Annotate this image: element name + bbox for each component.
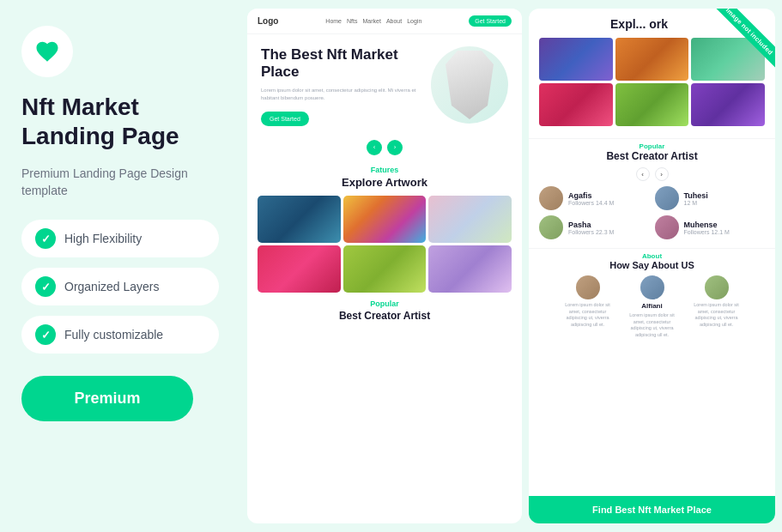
about-person-3: Lorem ipsum dolor sit amet, consectetur … [688, 275, 744, 329]
creator-stat-2: 12 M [684, 200, 766, 206]
about-label: About [539, 252, 765, 260]
abstract-shape [439, 51, 500, 119]
right-nav-arrows: ‹ › [539, 167, 765, 181]
right-panel: Image not included Expl... ork Popular B… [529, 9, 775, 523]
feature-label-3: Fully customizable [64, 328, 163, 342]
features-list: High Flexibility Organized Layers Fully … [21, 220, 219, 354]
subtitle: Premium Landing Page Design template [21, 166, 219, 199]
about-avatar-2 [640, 275, 664, 299]
image-not-included-badge-wrap: Image not included [689, 9, 775, 94]
popular-section: Popular Best Creator Artist [247, 299, 522, 327]
nav-market: Market [362, 18, 380, 24]
right-next-arrow-button[interactable]: › [655, 167, 669, 181]
about-person-2: Alfiani Lorem ipsum dolor sit amet, cons… [624, 275, 680, 339]
artwork-cell-1 [258, 196, 341, 243]
creator-name-2: Tuhesi [684, 191, 766, 200]
creator-item-1: Agafis Followers 14.4 M [539, 186, 650, 210]
about-avatar-3 [705, 275, 729, 299]
creator-avatar-2 [655, 186, 679, 210]
hero-desc: Lorem ipsum dolor sit amet, consectetur … [261, 87, 431, 102]
hero-section: The Best Nft Market Place Lorem ipsum do… [247, 34, 522, 135]
creator-info-4: Muhense Followers 12.1 M [684, 221, 766, 235]
creator-name-1: Agafis [568, 191, 650, 200]
middle-panel: Logo Home Nfts Market About Login Get St… [247, 9, 522, 523]
right-prev-arrow-button[interactable]: ‹ [636, 167, 650, 181]
about-avatars: Lorem ipsum dolor sit amet, consectetur … [539, 275, 765, 339]
about-person-1: Lorem ipsum dolor sit amet, consectetur … [560, 275, 615, 329]
nav-login: Login [407, 18, 421, 24]
nav-about: About [386, 18, 402, 24]
heart-icon [34, 39, 60, 64]
popular-label: Popular [258, 299, 512, 308]
hero-text: The Best Nft Market Place Lorem ipsum do… [261, 46, 431, 126]
artwork-cell-5 [343, 245, 427, 293]
left-panel: Nft Market Landing Page Premium Landing … [0, 0, 240, 532]
bottom-cta: Find Best Nft Market Place [529, 496, 775, 523]
header-get-started-button[interactable]: Get Started [469, 15, 512, 27]
check-icon-2 [35, 276, 56, 297]
nav-home: Home [325, 18, 342, 24]
feature-label-2: Organized Layers [64, 280, 160, 293]
right-art-cell-4 [539, 83, 613, 126]
creator-item-3: Pasha Followers 22.3 M [539, 215, 650, 239]
right-popular-label: Popular [539, 142, 765, 150]
creator-stat-3: Followers 22.3 M [568, 229, 650, 235]
artwork-cell-6 [428, 245, 512, 293]
creator-stat-1: Followers 14.4 M [568, 200, 650, 206]
creator-item-2: Tuhesi 12 M [655, 186, 766, 210]
about-text-2: Lorem ipsum dolor sit amet, consectetur … [624, 312, 680, 339]
cta-title: Find Best Nft Market Place [539, 505, 765, 515]
features-label: Fatures [247, 166, 522, 174]
about-text-3: Lorem ipsum dolor sit amet, consectetur … [688, 302, 744, 329]
creator-info-3: Pasha Followers 22.3 M [568, 221, 650, 235]
feature-label-1: High Flexibility [64, 232, 142, 245]
right-art-cell-2 [615, 38, 689, 81]
hero-cta-button[interactable]: Get Started [261, 112, 309, 126]
logo-text: Logo [258, 16, 278, 26]
creator-name-3: Pasha [568, 221, 650, 229]
check-icon-3 [35, 324, 56, 345]
creator-item-4: Muhense Followers 12.1 M [655, 215, 766, 239]
creator-avatar-1 [539, 186, 563, 210]
feature-item-1: High Flexibility [21, 220, 219, 257]
right-popular-title: Best Creator Artist [539, 150, 765, 162]
feature-item-3: Fully customizable [21, 316, 219, 354]
about-avatar-1 [576, 275, 600, 299]
main-title: Nft Market Landing Page [21, 93, 219, 150]
check-icon-1 [35, 228, 56, 249]
creator-stat-4: Followers 12.1 M [684, 229, 766, 235]
about-text-1: Lorem ipsum dolor sit amet, consectetur … [560, 302, 615, 329]
carousel-arrows: ‹ › [247, 135, 522, 160]
artwork-cell-4 [258, 245, 341, 293]
hero-image [431, 46, 508, 124]
about-name-2: Alfiani [641, 302, 662, 310]
premium-button[interactable]: Premium [21, 376, 193, 421]
artwork-cell-2 [343, 196, 427, 243]
right-art-cell-1 [539, 38, 613, 81]
about-section: About How Say About US Lorem ipsum dolor… [529, 248, 775, 344]
heart-icon-wrap [21, 26, 73, 77]
creators-grid: Agafis Followers 14.4 M Tuhesi 12 M Pash… [539, 186, 765, 239]
creator-info-1: Agafis Followers 14.4 M [568, 191, 650, 206]
creator-avatar-4 [655, 215, 679, 239]
prev-arrow-button[interactable]: ‹ [367, 140, 382, 155]
creator-name-4: Muhense [684, 221, 766, 229]
creator-avatar-3 [539, 215, 563, 239]
artwork-grid [247, 196, 522, 299]
preview-header: Logo Home Nfts Market About Login Get St… [247, 9, 522, 34]
nav-links: Home Nfts Market About Login [325, 18, 421, 24]
popular-title: Best Creator Artist [258, 310, 512, 322]
next-arrow-button[interactable]: › [387, 140, 403, 155]
features-title: Explore Artwork [247, 176, 522, 189]
artwork-cell-3 [428, 196, 512, 243]
right-popular-section: Popular Best Creator Artist ‹ › Agafis F… [529, 138, 775, 248]
hero-title: The Best Nft Market Place [261, 46, 431, 82]
right-art-cell-5 [615, 83, 689, 126]
nav-nfts: Nfts [347, 18, 357, 24]
creator-info-2: Tuhesi 12 M [684, 191, 766, 206]
image-not-included-badge: Image not included [711, 9, 775, 70]
feature-item-2: Organized Layers [21, 268, 219, 305]
about-title: How Say About US [539, 260, 765, 270]
